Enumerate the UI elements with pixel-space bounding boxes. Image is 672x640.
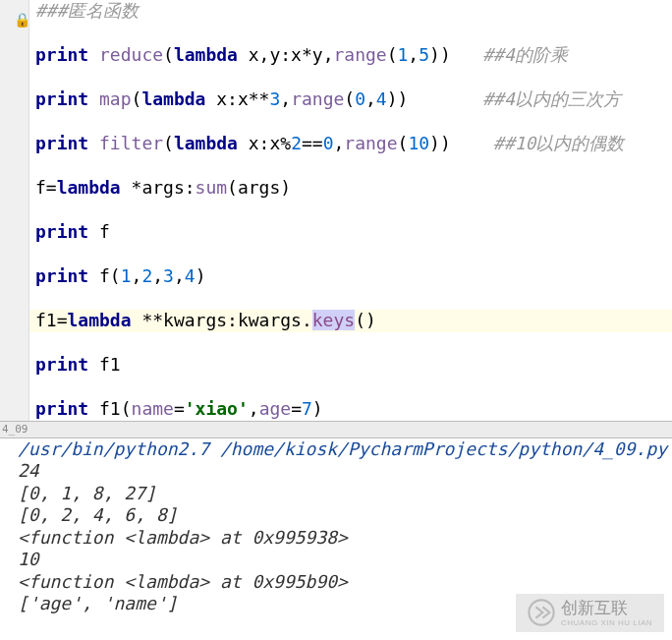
keyword-lambda: lambda [68,310,132,330]
code-line-blank[interactable] [0,23,672,45]
comma: , [174,265,185,286]
number: 2 [291,133,302,153]
space [88,221,99,242]
comment: ###匿名函数 [35,0,139,21]
code-line-blank[interactable] [0,111,672,134]
paren: ( [344,88,355,109]
comment: ##4的阶乘 [482,44,568,65]
keyword-print: print [35,265,88,286]
comma: , [280,88,291,109]
fn-range: range [333,44,386,65]
code-line[interactable]: f=lambda *args:sum(args) [0,177,672,200]
fn-reduce: reduce [99,44,163,65]
operator: == [302,133,323,153]
number: 0 [323,133,334,153]
run-tab-bar[interactable]: 4_09 [0,421,672,438]
equals: = [291,398,302,419]
paren: ( [387,44,398,65]
space [88,265,99,286]
fn-sum: sum [196,177,228,198]
watermark-logo: 创新互联 CHUANG XIN HU LIAN [516,594,664,632]
kwarg-name: name [132,398,174,419]
comma: , [408,44,419,65]
comma: , [152,265,163,286]
code-text: *args: [121,177,196,198]
code-line-blank[interactable] [0,67,672,89]
paren: () [355,310,376,330]
code-text: x:x% [238,133,291,153]
code-line[interactable]: print reduce(lambda x,y:x*y,range(1,5)) … [0,44,672,67]
watermark-text-en: CHUANG XIN HU LIAN [561,618,652,628]
code-line[interactable]: print map(lambda x:x**3,range(0,4)) ##4以… [0,88,672,111]
output-line: <function <lambda> at 0x995938> [18,527,672,550]
fn-range: range [291,88,344,109]
output-path: /usr/bin/python2.7 /home/kiosk/PycharmPr… [18,438,672,461]
code-line-blank[interactable] [0,155,672,178]
code-line-blank[interactable] [0,200,672,222]
code-text: x:x** [205,88,269,109]
number: 3 [163,265,174,286]
space [88,354,99,375]
paren: ) [312,398,323,419]
code-line[interactable]: print f1 [0,354,672,377]
keyword-lambda: lambda [174,133,238,153]
equals: = [174,398,185,419]
code-line[interactable]: print filter(lambda x:x%2==0,range(10)) … [0,133,672,155]
keyword-print: print [35,221,88,242]
code-line[interactable]: ###匿名函数 [0,0,672,23]
space [408,88,482,109]
keyword-lambda: lambda [57,177,121,198]
paren: (args) [227,177,291,198]
var-f1: f1 [99,354,121,375]
code-line-blank[interactable] [0,288,672,311]
keyword-print: print [35,354,88,375]
number: 10 [408,133,429,153]
output-line: 24 [18,460,672,483]
paren: )) [429,133,451,153]
number: 4 [376,88,387,109]
code-line-highlighted[interactable]: f1=lambda **kwargs:kwargs.keys() [0,310,672,332]
var-f1: f1= [35,310,68,330]
output-line: [0, 2, 4, 6, 8] [18,504,672,527]
code-line[interactable]: print f(1,2,3,4) [0,265,672,288]
code-line-blank[interactable] [0,377,672,399]
comma: , [132,265,142,286]
fn-range: range [344,133,397,153]
keyword-lambda: lambda [141,88,205,109]
output-line: [0, 1, 8, 27] [18,483,672,505]
code-text: **kwargs:kwargs. [132,310,312,330]
var-f: f= [35,177,57,198]
var-f1: f1( [99,398,132,419]
code-line-blank[interactable] [0,332,672,355]
logo-icon [528,599,555,626]
method-keys-selected: keys [312,310,355,330]
code-editor[interactable]: 🔒 ###匿名函数 print reduce(lambda x,y:x*y,ra… [0,0,672,421]
number: 2 [141,265,152,286]
keyword-lambda: lambda [174,44,238,65]
code-line[interactable]: print f1(name='xiao',age=7) [0,398,672,421]
keyword-print: print [35,44,88,65]
fn-map: map [99,88,132,109]
code-line-blank[interactable] [0,244,672,266]
space [88,398,99,419]
paren: ( [398,133,409,153]
space [451,44,483,65]
watermark-text-cn: 创新互联 [561,598,652,618]
comma: , [334,133,345,153]
code-line[interactable]: print f [0,221,672,244]
keyword-print: print [35,398,88,419]
output-line: 10 [18,549,672,571]
run-tab-label[interactable]: 4_09 [2,423,28,436]
number: 3 [269,88,280,109]
keyword-print: print [35,133,88,153]
comment: ##4以内的三次方 [482,88,621,109]
lock-icon: 🔒 [14,12,30,29]
comment: ##10以内的偶数 [493,133,624,153]
string: 'xiao' [185,398,249,419]
space [451,133,493,153]
output-panel[interactable]: /usr/bin/python2.7 /home/kiosk/PycharmPr… [0,438,672,615]
number: 1 [121,265,132,286]
fn-filter: filter [99,133,163,153]
number: 0 [355,88,365,109]
editor-gutter: 🔒 [0,0,29,421]
